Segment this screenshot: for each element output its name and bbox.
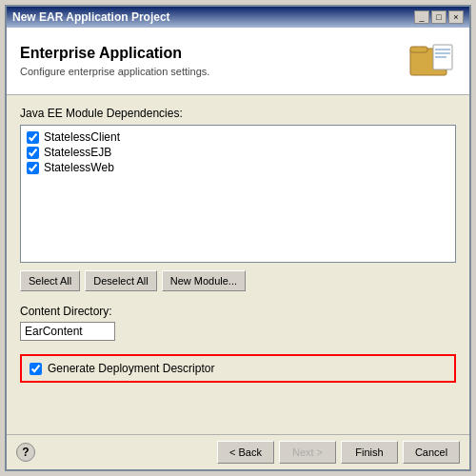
deselect-all-button[interactable]: Deselect All xyxy=(85,270,156,291)
module-button-row: Select All Deselect All New Module... xyxy=(20,270,456,291)
content-directory-section: Content Directory: xyxy=(20,305,456,341)
svg-rect-3 xyxy=(435,49,450,50)
finish-button[interactable]: Finish xyxy=(341,441,398,464)
title-bar: New EAR Application Project _ □ × xyxy=(7,7,469,28)
module-checkbox-statelessweb[interactable] xyxy=(27,162,39,174)
deployment-descriptor-label: Generate Deployment Descriptor xyxy=(48,362,214,375)
main-body: Java EE Module Dependencies: StatelessCl… xyxy=(7,95,469,434)
module-label-statelessweb: StatelessWeb xyxy=(44,161,114,174)
deployment-descriptor-checkbox[interactable] xyxy=(30,363,42,375)
minimize-button[interactable]: _ xyxy=(414,10,429,24)
page-subtitle: Configure enterprise application setting… xyxy=(20,66,209,77)
maximize-button[interactable]: □ xyxy=(431,10,446,24)
module-label-statelessejb: StatelessEJB xyxy=(44,146,111,159)
new-module-button[interactable]: New Module... xyxy=(162,270,246,291)
modules-label: Java EE Module Dependencies: xyxy=(20,107,456,120)
module-label-statelessclient: StatelessClient xyxy=(44,130,120,144)
ear-icon xyxy=(408,37,456,85)
footer: ? < Back Next > Finish Cancel xyxy=(7,434,469,469)
header-section: Enterprise Application Configure enterpr… xyxy=(7,28,469,95)
back-button[interactable]: < Back xyxy=(217,441,274,464)
help-button[interactable]: ? xyxy=(16,443,35,462)
module-item-statelessweb: StatelessWeb xyxy=(25,160,451,175)
content-directory-input[interactable] xyxy=(20,322,115,341)
svg-rect-5 xyxy=(435,56,446,58)
content-directory-label: Content Directory: xyxy=(20,305,456,318)
module-checkbox-statelessclient[interactable] xyxy=(27,131,39,144)
page-title: Enterprise Application xyxy=(20,45,209,62)
module-list: StatelessClient StatelessEJB StatelessWe… xyxy=(20,125,456,263)
main-window: New EAR Application Project _ □ × Enterp… xyxy=(5,5,471,471)
next-button[interactable]: Next > xyxy=(279,441,336,464)
svg-rect-4 xyxy=(435,52,450,54)
select-all-button[interactable]: Select All xyxy=(20,270,80,291)
cancel-button[interactable]: Cancel xyxy=(403,441,460,464)
footer-right: < Back Next > Finish Cancel xyxy=(217,441,460,464)
close-button[interactable]: × xyxy=(448,10,464,24)
module-checkbox-statelessejb[interactable] xyxy=(27,147,39,159)
deployment-descriptor-section: Generate Deployment Descriptor xyxy=(20,354,456,383)
module-item-statelessejb: StatelessEJB xyxy=(25,145,451,160)
window-controls: _ □ × xyxy=(414,10,464,24)
window-title: New EAR Application Project xyxy=(12,10,170,24)
svg-rect-1 xyxy=(410,47,427,52)
footer-left: ? xyxy=(16,443,35,462)
module-item-statelessclient: StatelessClient xyxy=(25,129,451,145)
